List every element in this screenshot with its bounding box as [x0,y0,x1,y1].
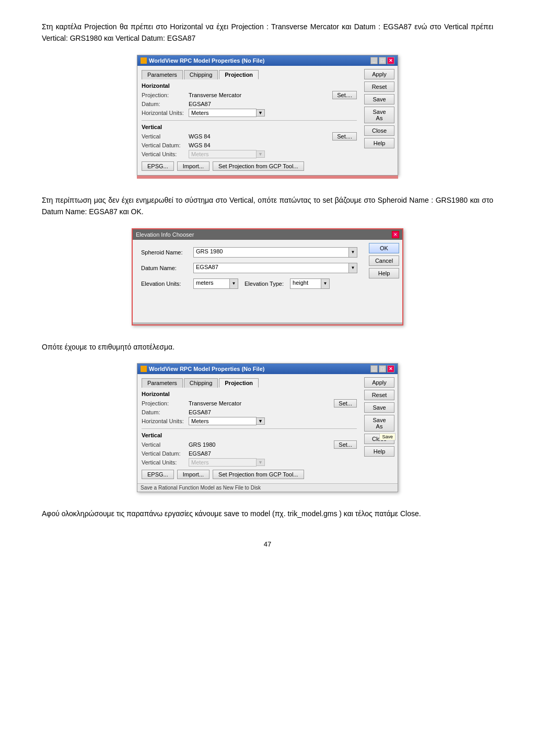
elev-units-select-wrap: meters ▼ [193,278,238,289]
set-proj-btn[interactable]: Set Projection from GCP Tool... [213,161,304,171]
d2-vert-datum-label: Vertical Datum: [142,450,189,457]
elev-ok-btn[interactable]: OK [369,243,399,253]
elev-cancel-btn[interactable]: Cancel [369,255,399,266]
help-btn[interactable]: Help [364,138,394,148]
elev-units-select[interactable]: meters [193,278,230,289]
dialog1-minimize-btn[interactable]: _ [370,57,378,64]
dialog1-close-btn[interactable]: ✕ [387,57,394,64]
d2-apply-btn[interactable]: Apply [364,377,394,388]
intro-paragraph: Στη καρτέλα Projection θα πρέπει στο Hor… [42,21,493,44]
d2-save-btn[interactable]: Save [364,402,394,413]
dialog1-main: Parameters Chipping Projection Horizonta… [137,66,361,175]
d2-import-btn[interactable]: Import... [177,470,210,479]
vert-datum-row: Vertical Datum: WGS 84 [142,142,357,148]
dialog2-titlebar: WorldView RPC Model Properties (No File)… [137,364,398,374]
d2-horiz-units-select-wrap: Meters ▼ [189,417,265,425]
d2-vert-units-select: Meters [189,458,257,467]
vertical-set-btn[interactable]: Set.... [332,132,357,141]
elev-units-label: Elevation Units: [141,281,193,287]
elev-extra-space [133,301,402,322]
elev-datum-select-wrap: EGSA87 ▼ [193,263,357,273]
elev-type-select[interactable]: height [290,278,321,289]
dialog2-title-left: WorldView RPC Model Properties (No File) [141,366,264,372]
vert-datum-label: Vertical Datum: [142,142,189,148]
elev-bottom-bar [133,322,402,324]
projection-set-btn[interactable]: Set.... [332,91,357,99]
epsg-btn[interactable]: EPSG... [142,161,174,171]
page-number: 47 [42,540,493,548]
d2-reset-btn[interactable]: Reset [364,390,394,400]
vertical-name-row: Vertical WGS 84 Set.... [142,132,357,141]
dialog2-maximize-btn[interactable]: □ [379,365,386,373]
close-btn[interactable]: Close [364,125,394,136]
d2-vertical-name-label: Vertical [142,441,189,448]
d2-horiz-units-select[interactable]: Meters [189,417,257,425]
reset-btn[interactable]: Reset [364,82,394,92]
dialog1-maximize-btn[interactable]: □ [379,57,386,64]
dialog2-icon [141,366,147,372]
elev-datum-label: Datum Name: [141,265,193,271]
spheroid-select-wrap: GRS 1980 ▼ [193,247,357,258]
d2-horiz-units-row: Horizontal Units: Meters ▼ [142,417,357,425]
elev-datum-arrow[interactable]: ▼ [349,263,357,273]
vertical-name-value: WGS 84 [189,133,332,139]
elev-dialog-wrapper: Elevation Info Chooser ✕ Spheroid Name: … [42,228,493,325]
dialog2-wrapper: WorldView RPC Model Properties (No File)… [42,363,493,492]
dialog2-minimize-btn[interactable]: _ [370,365,378,373]
d2-tab-projection[interactable]: Projection [219,378,259,388]
d2-set-proj-btn[interactable]: Set Projection from GCP Tool... [213,470,304,479]
dialog1-sidebar: Apply Reset Save Save As Close Help [361,66,398,175]
d2-horiz-units-label: Horizontal Units: [142,418,189,424]
elev-type-label: Elevation Type: [245,281,284,287]
dialog2: WorldView RPC Model Properties (No File)… [137,363,398,492]
elev-units-arrow[interactable]: ▼ [230,278,238,289]
dialog1: WorldView RPC Model Properties (No File)… [137,55,398,176]
horiz-units-arrow[interactable]: ▼ [257,109,265,117]
dialog2-status-bar: Save a Rational Function Model as New Fi… [137,483,398,492]
save-as-btn[interactable]: Save As [364,107,394,123]
dialog2-controls: _ □ ✕ [370,365,394,373]
dialog2-outer: WorldView RPC Model Properties (No File)… [137,363,398,492]
elev-type-arrow[interactable]: ▼ [321,278,330,289]
spheroid-arrow[interactable]: ▼ [349,247,357,258]
horiz-units-select[interactable]: Meters [189,109,257,117]
d2-vertical-section: Vertical [142,432,357,438]
projection-value: Transverse Mercator [189,92,332,98]
elev-datum-select[interactable]: EGSA87 [193,263,349,273]
apply-btn[interactable]: Apply [364,69,394,79]
tab-chipping[interactable]: Chipping [184,70,218,79]
d2-datum-row: Datum: EGSA87 [142,409,357,415]
dialog2-main: Parameters Chipping Projection Horizonta… [137,374,361,483]
elev-type-select-wrap: height ▼ [290,278,330,289]
spheroid-select[interactable]: GRS 1980 [193,247,349,258]
projection-row: Projection: Transverse Mercator Set.... [142,91,357,99]
d2-horiz-units-arrow[interactable]: ▼ [257,417,265,425]
d2-vertical-set-btn[interactable]: Set... [334,440,357,449]
elev-help-btn[interactable]: Help [369,268,399,278]
d2-epsg-btn[interactable]: EPSG... [142,470,174,479]
elev-body: Spheroid Name: GRS 1980 ▼ Datum Name: EG… [133,240,402,301]
horiz-units-row: Horizontal Units: Meters ▼ [142,109,357,117]
tab-projection[interactable]: Projection [219,70,259,79]
d2-help-btn[interactable]: Help [364,446,394,457]
dialog1-wrapper: WorldView RPC Model Properties (No File)… [42,55,493,179]
dialog1-tabs: Parameters Chipping Projection [142,70,357,79]
vert-units-row: Vertical Units: Meters ▼ [142,150,357,158]
import-btn[interactable]: Import... [177,161,210,171]
d2-tab-parameters[interactable]: Parameters [142,378,183,388]
elev-close-btn[interactable]: ✕ [392,231,399,238]
d2-datum-value: EGSA87 [189,409,357,415]
tab-parameters[interactable]: Parameters [142,70,183,79]
d2-vert-units-select-wrap: Meters ▼ [189,458,265,467]
d2-save-as-btn[interactable]: Save As [364,415,394,432]
d2-projection-set-btn[interactable]: Set... [334,399,357,408]
horiz-units-label: Horizontal Units: [142,110,189,116]
dialog1-titlebar: WorldView RPC Model Properties (No File)… [137,55,398,66]
elev-titlebar-controls: ✕ [392,231,399,238]
elev-dialog: Elevation Info Chooser ✕ Spheroid Name: … [132,228,403,325]
final-paragraph: Αφού ολοκληρώσουμε τις παραπάνω εργασίες… [42,508,493,519]
save-btn[interactable]: Save [364,94,394,104]
d2-tab-chipping[interactable]: Chipping [184,378,218,388]
elev-main: Spheroid Name: GRS 1980 ▼ Datum Name: EG… [133,240,366,301]
dialog2-close-btn[interactable]: ✕ [387,365,394,373]
